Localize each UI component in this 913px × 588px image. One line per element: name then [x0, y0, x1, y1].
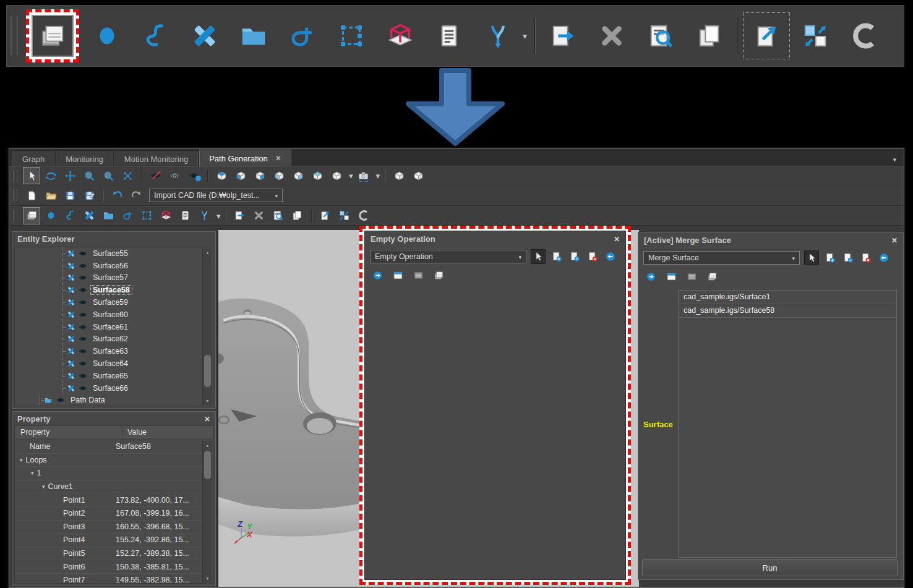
region-tool-button[interactable] [138, 207, 155, 224]
pan-view-button[interactable] [61, 167, 79, 184]
view-cube-left-button[interactable] [251, 167, 268, 184]
clear-entity-button[interactable] [859, 251, 873, 265]
visibility-eye-icon[interactable] [79, 250, 87, 257]
surface-list-item[interactable]: cad_sample.igs/Surface1 [679, 291, 896, 304]
expander-arrow-icon[interactable] [31, 470, 34, 476]
export-entity-button[interactable] [745, 15, 787, 57]
hide-entity-button[interactable] [147, 167, 164, 184]
visibility-eye-icon[interactable] [79, 324, 87, 330]
close-icon[interactable] [204, 414, 210, 424]
property-scrollbar[interactable] [202, 441, 212, 582]
tree-item[interactable]: Surface60 [15, 309, 213, 321]
import-entity-button[interactable] [231, 207, 249, 224]
window-view-button[interactable] [664, 270, 678, 283]
tree-item[interactable]: Surface61 [15, 321, 213, 333]
loop-tool-button[interactable] [281, 15, 324, 57]
document-tool-button[interactable] [428, 15, 470, 57]
show-dashed-button[interactable] [166, 167, 183, 184]
wire-view-button-1[interactable] [390, 167, 408, 184]
zoom-fit-button[interactable] [119, 167, 136, 184]
view-cube-back-button[interactable] [232, 167, 249, 184]
close-icon[interactable] [891, 236, 898, 245]
property-row[interactable]: Point6 150.38, -385.81, 15... [15, 560, 213, 574]
save-button[interactable] [61, 187, 79, 204]
property-row[interactable]: Point5 152.27, -389.38, 15... [15, 547, 213, 561]
tab[interactable]: Motion Monitoring [114, 151, 198, 166]
duplicate-entity-button[interactable] [688, 15, 731, 57]
view-cube-iso-button[interactable] [328, 167, 345, 184]
folder-tool-button[interactable] [100, 207, 117, 224]
back-button[interactable] [877, 251, 891, 265]
layers-view-button[interactable] [705, 270, 719, 283]
ribbon-tool-button[interactable] [184, 15, 226, 57]
wire-view-button-2[interactable] [409, 167, 427, 184]
visibility-eye-icon[interactable] [79, 373, 87, 379]
visibility-eye-icon[interactable] [79, 312, 87, 318]
import-entity-button[interactable] [542, 15, 584, 57]
view-cube-bottom-button[interactable] [309, 167, 326, 184]
add-entity-button[interactable] [550, 250, 564, 263]
tree-item[interactable]: Path Data [15, 394, 213, 406]
expander-arrow-icon[interactable] [42, 484, 45, 490]
forward-button[interactable] [371, 268, 384, 282]
orbit-rotate-button[interactable] [42, 167, 59, 184]
point-tool-button[interactable] [42, 207, 59, 224]
close-icon[interactable] [614, 234, 620, 244]
toolbar-grip[interactable] [11, 17, 18, 55]
split-tool-button[interactable] [195, 207, 213, 224]
document-tool-button[interactable] [176, 207, 194, 224]
layers-view-button[interactable] [432, 268, 445, 282]
curve-tool-button[interactable] [61, 207, 79, 224]
property-row[interactable]: Point4 155.24, -392.86, 15... [15, 534, 213, 547]
curve-tool-button[interactable] [135, 15, 177, 57]
split-tool-dropdown[interactable] [195, 207, 221, 224]
visibility-eye-icon[interactable] [79, 385, 87, 391]
tree-item[interactable]: Surface59 [15, 296, 213, 309]
zoom-in-button[interactable] [80, 167, 98, 184]
scroll-down-arrow[interactable] [203, 396, 212, 405]
merge-entity-button[interactable] [794, 15, 836, 57]
find-entity-button[interactable] [270, 207, 287, 224]
tab-close-icon[interactable] [275, 154, 281, 163]
toolbar-grip[interactable] [13, 169, 17, 182]
tab[interactable]: Monitoring [56, 151, 113, 166]
merged-surface-list[interactable]: cad_sample.igs/Surface1 cad_sample.igs/S… [678, 290, 897, 558]
select-tool-button[interactable] [23, 167, 40, 184]
visibility-eye-icon[interactable] [79, 263, 87, 269]
merge-entity-button[interactable] [336, 207, 353, 224]
property-row[interactable]: Point1 173.82, -400.00, 17... [15, 493, 213, 507]
loop-tool-button[interactable] [119, 207, 136, 224]
redo-button[interactable] [127, 187, 145, 204]
tree-item[interactable]: Surface56 [15, 260, 213, 272]
camera-view-dropdown[interactable] [355, 167, 380, 184]
operation-type-combobox[interactable]: Merge Surface [643, 251, 800, 265]
toolbar-grip[interactable] [13, 210, 17, 222]
scroll-thumb[interactable] [204, 451, 211, 479]
scroll-down-arrow[interactable] [203, 574, 212, 582]
visibility-eye-icon[interactable] [79, 275, 87, 281]
scroll-up-arrow[interactable] [203, 248, 212, 257]
split-tool-dropdown[interactable] [477, 15, 527, 57]
scroll-up-arrow[interactable] [203, 441, 212, 450]
list-view-button[interactable] [685, 270, 698, 283]
visibility-eye-icon[interactable] [79, 287, 87, 293]
duplicate-entity-button[interactable] [289, 207, 306, 224]
tree-item[interactable]: Surface65 [15, 370, 213, 382]
visibility-eye-icon[interactable] [79, 299, 87, 305]
tree-item[interactable]: Surface62 [15, 333, 213, 346]
delete-entity-button[interactable] [251, 207, 268, 224]
show-point-button[interactable] [185, 167, 202, 184]
surface-list-item[interactable]: cad_sample.igs/Surface58 [679, 304, 896, 318]
export-entity-button[interactable] [317, 207, 334, 224]
back-button[interactable] [604, 250, 617, 263]
zoom-out-button[interactable] [100, 167, 117, 184]
add-entity-button[interactable] [823, 251, 837, 265]
view-cube-right-button[interactable] [270, 167, 288, 184]
new-file-button[interactable] [23, 187, 40, 204]
visibility-eye-icon[interactable] [79, 360, 87, 367]
tree-item[interactable]: Surface57 [15, 272, 213, 284]
tree-item[interactable]: Surface66 [15, 382, 213, 394]
run-button[interactable]: Run [642, 559, 898, 576]
visibility-eye-icon[interactable] [79, 336, 87, 342]
solid-tool-button[interactable] [157, 207, 174, 224]
